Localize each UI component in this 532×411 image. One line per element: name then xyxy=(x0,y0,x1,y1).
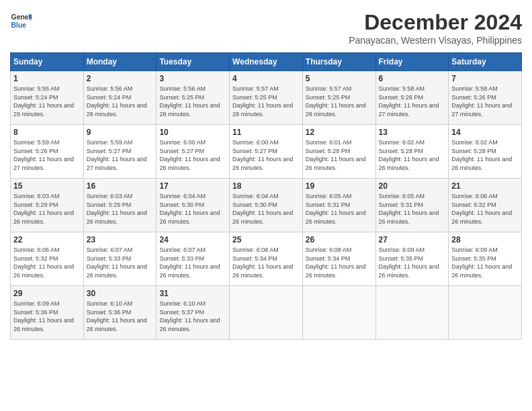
calendar-cell: 4 Sunrise: 5:57 AMSunset: 5:25 PMDayligh… xyxy=(230,71,303,125)
calendar-header-monday: Monday xyxy=(83,53,157,71)
day-info: Sunrise: 6:09 AMSunset: 5:35 PMDaylight:… xyxy=(379,246,439,279)
day-number: 15 xyxy=(13,181,81,191)
calendar-header-thursday: Thursday xyxy=(302,53,375,71)
calendar-week-3: 15 Sunrise: 6:03 AMSunset: 5:29 PMDaylig… xyxy=(11,179,522,232)
calendar-header-wednesday: Wednesday xyxy=(230,53,303,71)
header: General Blue December 2024 Panayacan, We… xyxy=(10,10,522,46)
calendar-cell: 7 Sunrise: 5:58 AMSunset: 5:26 PMDayligh… xyxy=(449,71,522,125)
day-info: Sunrise: 5:56 AMSunset: 5:25 PMDaylight:… xyxy=(159,85,220,118)
day-number: 26 xyxy=(306,235,373,244)
calendar-cell: 9 Sunrise: 5:59 AMSunset: 5:27 PMDayligh… xyxy=(83,125,157,179)
day-number: 14 xyxy=(451,128,519,137)
day-info: Sunrise: 6:06 AMSunset: 5:32 PMDaylight:… xyxy=(13,246,74,279)
day-info: Sunrise: 5:58 AMSunset: 5:26 PMDaylight:… xyxy=(451,85,512,118)
calendar-cell: 23 Sunrise: 6:07 AMSunset: 5:33 PMDaylig… xyxy=(83,232,157,286)
day-info: Sunrise: 6:10 AMSunset: 5:36 PMDaylight:… xyxy=(87,300,147,332)
day-info: Sunrise: 6:07 AMSunset: 5:33 PMDaylight:… xyxy=(87,246,147,279)
calendar-cell xyxy=(230,286,303,340)
day-info: Sunrise: 6:05 AMSunset: 5:31 PMDaylight:… xyxy=(306,193,366,225)
day-number: 25 xyxy=(232,235,300,244)
day-number: 19 xyxy=(306,181,373,191)
day-number: 1 xyxy=(13,74,81,83)
day-number: 8 xyxy=(13,128,81,137)
day-number: 13 xyxy=(379,128,446,137)
calendar-table: SundayMondayTuesdayWednesdayThursdayFrid… xyxy=(10,52,522,340)
day-info: Sunrise: 5:56 AMSunset: 5:24 PMDaylight:… xyxy=(87,85,147,118)
day-number: 24 xyxy=(159,235,226,244)
calendar-cell: 11 Sunrise: 6:00 AMSunset: 5:27 PMDaylig… xyxy=(230,125,303,179)
day-info: Sunrise: 5:57 AMSunset: 5:25 PMDaylight:… xyxy=(232,85,293,118)
day-number: 29 xyxy=(13,289,81,298)
calendar-cell: 5 Sunrise: 5:57 AMSunset: 5:25 PMDayligh… xyxy=(302,71,375,125)
day-number: 30 xyxy=(87,289,154,298)
svg-text:Blue: Blue xyxy=(11,21,27,29)
calendar-body: 1 Sunrise: 5:55 AMSunset: 5:24 PMDayligh… xyxy=(11,71,522,340)
logo: General Blue xyxy=(10,10,32,32)
calendar-cell: 24 Sunrise: 6:07 AMSunset: 5:33 PMDaylig… xyxy=(157,232,230,286)
day-info: Sunrise: 6:02 AMSunset: 5:28 PMDaylight:… xyxy=(379,139,439,171)
day-info: Sunrise: 6:00 AMSunset: 5:27 PMDaylight:… xyxy=(159,139,220,171)
calendar-cell: 10 Sunrise: 6:00 AMSunset: 5:27 PMDaylig… xyxy=(157,125,230,179)
day-number: 10 xyxy=(159,128,226,137)
day-number: 11 xyxy=(232,128,300,137)
day-info: Sunrise: 6:06 AMSunset: 5:32 PMDaylight:… xyxy=(451,193,512,225)
day-info: Sunrise: 5:59 AMSunset: 5:27 PMDaylight:… xyxy=(87,139,147,171)
title-area: December 2024 Panayacan, Western Visayas… xyxy=(349,10,522,46)
day-number: 23 xyxy=(87,235,154,244)
calendar-week-4: 22 Sunrise: 6:06 AMSunset: 5:32 PMDaylig… xyxy=(11,232,522,286)
calendar-week-1: 1 Sunrise: 5:55 AMSunset: 5:24 PMDayligh… xyxy=(11,71,522,125)
month-title: December 2024 xyxy=(349,10,522,35)
calendar-cell: 8 Sunrise: 5:59 AMSunset: 5:26 PMDayligh… xyxy=(11,125,84,179)
day-number: 22 xyxy=(13,235,81,244)
day-number: 6 xyxy=(379,74,446,83)
calendar-cell: 19 Sunrise: 6:05 AMSunset: 5:31 PMDaylig… xyxy=(302,179,375,232)
day-info: Sunrise: 6:05 AMSunset: 5:31 PMDaylight:… xyxy=(379,193,439,225)
day-number: 16 xyxy=(87,181,154,191)
calendar-cell: 25 Sunrise: 6:08 AMSunset: 5:34 PMDaylig… xyxy=(230,232,303,286)
logo-icon: General Blue xyxy=(10,10,32,32)
day-number: 27 xyxy=(379,235,446,244)
day-info: Sunrise: 6:03 AMSunset: 5:29 PMDaylight:… xyxy=(87,193,147,225)
calendar-header-row: SundayMondayTuesdayWednesdayThursdayFrid… xyxy=(11,53,522,71)
calendar-cell: 28 Sunrise: 6:09 AMSunset: 5:35 PMDaylig… xyxy=(449,232,522,286)
calendar-cell: 15 Sunrise: 6:03 AMSunset: 5:29 PMDaylig… xyxy=(11,179,84,232)
calendar-header-saturday: Saturday xyxy=(449,53,522,71)
calendar-cell: 18 Sunrise: 6:04 AMSunset: 5:30 PMDaylig… xyxy=(230,179,303,232)
day-info: Sunrise: 6:02 AMSunset: 5:28 PMDaylight:… xyxy=(451,139,512,171)
calendar-cell: 6 Sunrise: 5:58 AMSunset: 5:26 PMDayligh… xyxy=(375,71,449,125)
calendar-cell: 13 Sunrise: 6:02 AMSunset: 5:28 PMDaylig… xyxy=(375,125,449,179)
day-number: 21 xyxy=(451,181,519,191)
calendar-cell xyxy=(449,286,522,340)
day-number: 20 xyxy=(379,181,446,191)
calendar-cell: 16 Sunrise: 6:03 AMSunset: 5:29 PMDaylig… xyxy=(83,179,157,232)
day-number: 4 xyxy=(232,74,300,83)
day-number: 18 xyxy=(232,181,300,191)
calendar-cell xyxy=(302,286,375,340)
day-info: Sunrise: 5:59 AMSunset: 5:26 PMDaylight:… xyxy=(13,139,74,171)
day-info: Sunrise: 5:58 AMSunset: 5:26 PMDaylight:… xyxy=(379,85,439,118)
day-number: 5 xyxy=(306,74,373,83)
day-info: Sunrise: 6:04 AMSunset: 5:30 PMDaylight:… xyxy=(159,193,220,225)
day-info: Sunrise: 6:01 AMSunset: 5:28 PMDaylight:… xyxy=(306,139,366,171)
day-info: Sunrise: 6:00 AMSunset: 5:27 PMDaylight:… xyxy=(232,139,293,171)
calendar-cell: 12 Sunrise: 6:01 AMSunset: 5:28 PMDaylig… xyxy=(302,125,375,179)
calendar-cell: 1 Sunrise: 5:55 AMSunset: 5:24 PMDayligh… xyxy=(11,71,84,125)
calendar-header-sunday: Sunday xyxy=(11,53,84,71)
svg-text:General: General xyxy=(11,13,32,21)
day-info: Sunrise: 6:10 AMSunset: 5:37 PMDaylight:… xyxy=(159,300,220,332)
day-number: 9 xyxy=(87,128,154,137)
calendar-week-2: 8 Sunrise: 5:59 AMSunset: 5:26 PMDayligh… xyxy=(11,125,522,179)
day-number: 31 xyxy=(159,289,226,298)
day-number: 7 xyxy=(451,74,519,83)
day-info: Sunrise: 6:07 AMSunset: 5:33 PMDaylight:… xyxy=(159,246,220,279)
calendar-cell: 20 Sunrise: 6:05 AMSunset: 5:31 PMDaylig… xyxy=(375,179,449,232)
day-info: Sunrise: 6:08 AMSunset: 5:34 PMDaylight:… xyxy=(232,246,293,279)
location-title: Panayacan, Western Visayas, Philippines xyxy=(349,35,522,46)
day-info: Sunrise: 6:09 AMSunset: 5:36 PMDaylight:… xyxy=(13,300,74,332)
calendar-cell: 2 Sunrise: 5:56 AMSunset: 5:24 PMDayligh… xyxy=(83,71,157,125)
calendar-cell: 22 Sunrise: 6:06 AMSunset: 5:32 PMDaylig… xyxy=(11,232,84,286)
calendar-cell: 31 Sunrise: 6:10 AMSunset: 5:37 PMDaylig… xyxy=(157,286,230,340)
calendar-cell: 26 Sunrise: 6:08 AMSunset: 5:34 PMDaylig… xyxy=(302,232,375,286)
day-info: Sunrise: 6:08 AMSunset: 5:34 PMDaylight:… xyxy=(306,246,366,279)
calendar-cell: 14 Sunrise: 6:02 AMSunset: 5:28 PMDaylig… xyxy=(449,125,522,179)
